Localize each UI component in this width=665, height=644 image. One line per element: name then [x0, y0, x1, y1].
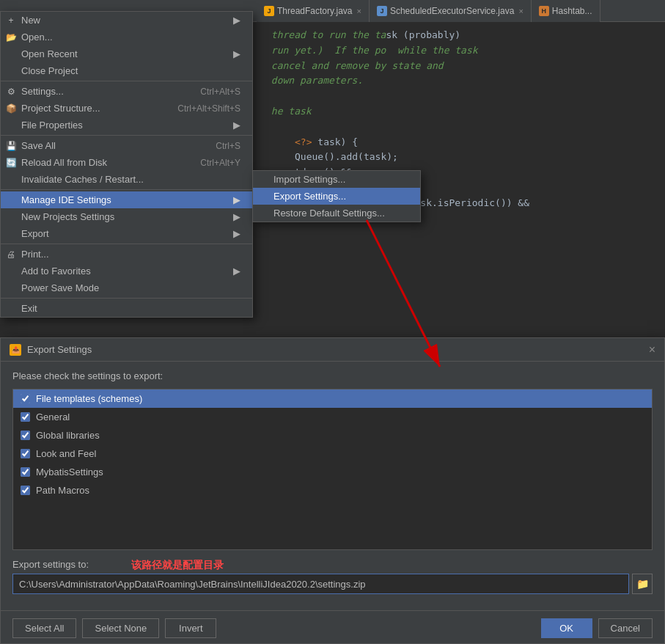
submenu-manage-ide-settings: Import Settings... Export Settings... Re…	[252, 170, 421, 222]
menu-item-power-save-mode[interactable]: Power Save Mode	[1, 279, 252, 296]
menu-item-manage-ide-settings[interactable]: Manage IDE Settings ▶	[1, 191, 252, 208]
menu-item-open[interactable]: 📂 Open...	[1, 29, 252, 45]
invert-button[interactable]: Invert	[165, 618, 216, 638]
tab-scheduledexecutor[interactable]: J ScheduledExecutorService.java ×	[370, 0, 532, 22]
code-line: <?> task) {	[265, 135, 656, 150]
settings-item-mybatis-settings[interactable]: MybatisSettings	[13, 463, 652, 481]
tab-threadfactory[interactable]: J ThreadFactory.java ×	[257, 0, 370, 22]
dialog-icon: 📤	[10, 344, 21, 356]
code-line: Queue().add(task);	[265, 150, 656, 165]
settings-icon: ⚙	[5, 87, 17, 97]
export-path-label: Export settings to:	[12, 559, 653, 570]
dialog-title-bar: 📤 Export Settings ×	[1, 338, 664, 362]
separator	[1, 135, 252, 136]
separator	[1, 81, 252, 81]
export-path-row: 该路径就是配置目录 📁	[12, 574, 653, 594]
separator	[1, 189, 252, 190]
dialog-footer: Select All Select None Invert OK Cancel	[1, 610, 664, 644]
ok-button[interactable]: OK	[541, 618, 592, 638]
code-editor: thread to run the task (probably) run ye…	[257, 22, 665, 307]
tab-hashtab[interactable]: H Hashtab...	[532, 0, 600, 22]
menu-item-project-structure[interactable]: 📦 Project Structure... Ctrl+Alt+Shift+S	[1, 100, 252, 117]
checkbox-global-libraries[interactable]	[21, 431, 30, 440]
menu-item-file-properties[interactable]: File Properties ▶	[1, 117, 252, 133]
export-path-section: Export settings to: 该路径就是配置目录 📁	[12, 559, 653, 594]
settings-list[interactable]: File templates (schemes) General Global …	[12, 389, 653, 550]
checkbox-path-macros[interactable]	[21, 486, 30, 495]
menu-item-invalidate-caches[interactable]: Invalidate Caches / Restart...	[1, 171, 252, 188]
settings-item-general[interactable]: General	[13, 408, 652, 426]
settings-item-look-and-feel[interactable]: Look and Feel	[13, 444, 652, 463]
annotation-text: 该路径就是配置目录	[131, 559, 224, 572]
menu-item-reload[interactable]: 🔄 Reload All from Disk Ctrl+Alt+Y	[1, 154, 252, 171]
checkbox-mybatis-settings[interactable]	[21, 467, 30, 477]
cancel-button[interactable]: Cancel	[598, 618, 653, 638]
folder-browse-icon: 📁	[636, 578, 649, 590]
dialog-close-button[interactable]: ×	[649, 344, 655, 356]
select-none-button[interactable]: Select None	[82, 618, 159, 638]
separator	[1, 298, 252, 299]
tab-icon-hashtab: H	[539, 6, 549, 16]
code-line: he task	[265, 104, 656, 120]
menu-item-settings[interactable]: ⚙ Settings... Ctrl+Alt+S	[1, 83, 252, 100]
menu-item-new-projects-settings[interactable]: New Projects Settings ▶	[1, 208, 252, 225]
menu-item-export[interactable]: Export ▶	[1, 225, 252, 242]
tab-close-threadfactory[interactable]: ×	[357, 7, 361, 15]
checkbox-look-and-feel[interactable]	[21, 449, 30, 458]
tab-close-scheduledexecutor[interactable]: ×	[518, 7, 523, 15]
settings-item-path-macros[interactable]: Path Macros	[13, 481, 652, 500]
dialog-body: Please check the settings to export: Fil…	[1, 362, 664, 603]
menu-item-close-project[interactable]: Close Project	[1, 62, 252, 79]
submenu-item-export-settings[interactable]: Export Settings...	[253, 188, 420, 205]
dialog-description: Please check the settings to export:	[12, 370, 653, 381]
save-icon: 💾	[5, 141, 17, 151]
code-line	[265, 89, 656, 104]
menu-item-add-to-favorites[interactable]: Add to Favorites ▶	[1, 263, 252, 279]
separator	[1, 244, 252, 244]
reload-icon: 🔄	[5, 158, 17, 168]
menu-item-new[interactable]: + New ▶	[1, 12, 252, 29]
code-line: cancel and remove by state and	[265, 59, 656, 74]
menu-item-save-all[interactable]: 💾 Save All Ctrl+S	[1, 137, 252, 154]
print-icon: 🖨	[5, 249, 17, 260]
new-icon: +	[5, 15, 17, 26]
export-path-input[interactable]	[12, 574, 629, 594]
menu-item-exit[interactable]: Exit	[1, 300, 252, 317]
settings-item-global-libraries[interactable]: Global libraries	[13, 426, 652, 444]
select-all-button[interactable]: Select All	[12, 618, 76, 638]
submenu-item-restore-defaults[interactable]: Restore Default Settings...	[253, 205, 420, 222]
dialog-overlay: 📤 Export Settings × Please check the set…	[0, 337, 665, 644]
browse-button[interactable]: 📁	[632, 574, 653, 594]
menu-item-print[interactable]: 🖨 Print...	[1, 246, 252, 263]
export-settings-dialog: 📤 Export Settings × Please check the set…	[0, 337, 665, 644]
project-structure-icon: 📦	[5, 103, 17, 114]
code-line: down parameters.	[265, 73, 656, 89]
submenu-item-import-settings[interactable]: Import Settings...	[253, 171, 420, 188]
checkbox-file-templates[interactable]	[21, 394, 30, 403]
code-line	[265, 120, 656, 135]
settings-item-file-templates[interactable]: File templates (schemes)	[13, 389, 652, 408]
dialog-title: Export Settings	[27, 344, 649, 355]
main-menu: + New ▶ 📂 Open... Open Recent ▶ Close Pr…	[0, 11, 253, 318]
open-icon: 📂	[5, 32, 17, 43]
menu-item-open-recent[interactable]: Open Recent ▶	[1, 45, 252, 62]
code-line: thread to run the task (probably)	[265, 28, 656, 43]
tab-icon-threadfactory: J	[264, 6, 274, 16]
checkbox-general[interactable]	[21, 412, 30, 422]
tab-icon-scheduledexecutor: J	[377, 6, 387, 16]
code-line: run yet.) If the po while the task	[265, 43, 656, 59]
